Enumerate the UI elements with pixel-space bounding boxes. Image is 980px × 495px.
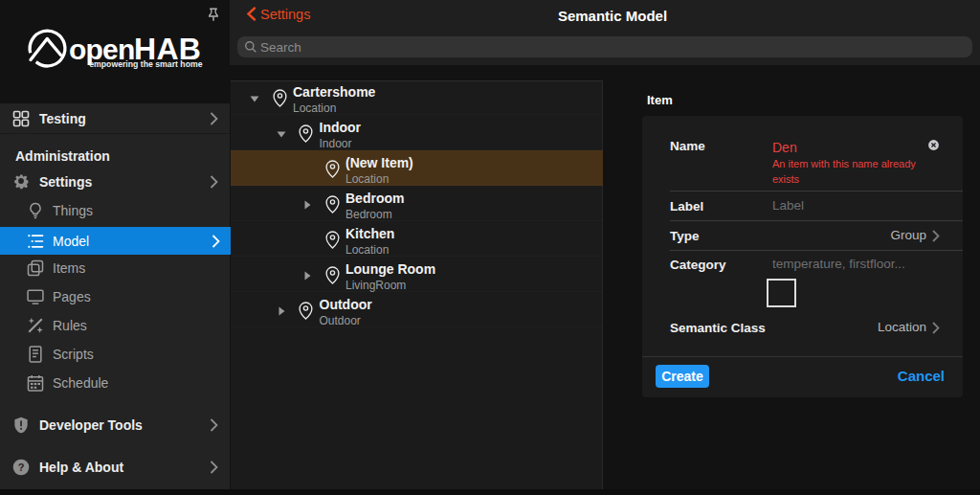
svg-text:?: ? [18,461,25,473]
svg-text:empowering the smart home: empowering the smart home [89,59,202,69]
